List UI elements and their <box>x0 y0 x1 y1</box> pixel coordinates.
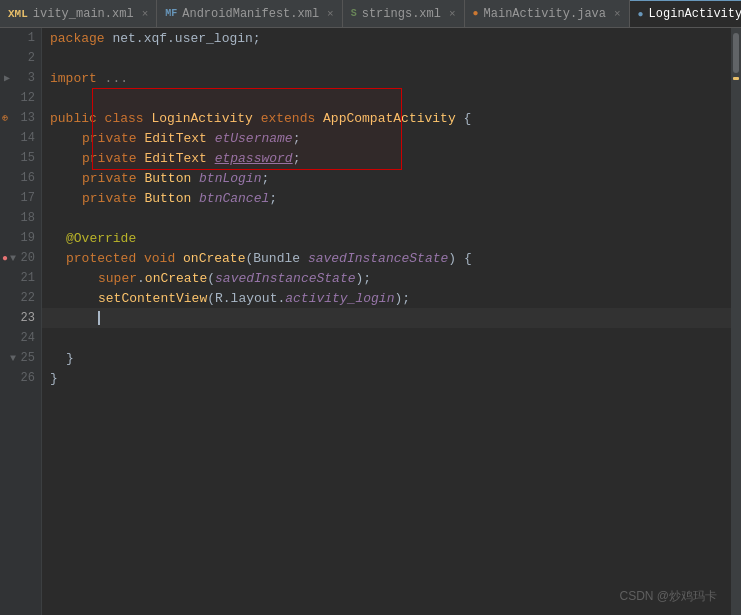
code-line-24 <box>42 328 731 348</box>
bracket-open: { <box>456 111 472 126</box>
line-1: 1 <box>0 28 41 48</box>
kw-protected: protected <box>66 251 144 266</box>
kw-public: public <box>50 111 105 126</box>
line-3: ▶ 3 <box>0 68 41 88</box>
kw-void: void <box>144 251 183 266</box>
code-line-2 <box>42 48 731 68</box>
line-24: 24 <box>0 328 41 348</box>
method-super-oncreate: onCreate <box>145 271 207 286</box>
manifest-icon: MF <box>165 8 177 19</box>
kw-super: super <box>98 271 137 286</box>
method-setcontentview: setContentView <box>98 291 207 306</box>
line-19: 19 <box>0 228 41 248</box>
line-26: 26 <box>0 368 41 388</box>
tab-bar: XML ivity_main.xml × MF AndroidManifest.… <box>0 0 741 28</box>
type-button-16: Button <box>144 171 199 186</box>
editor-container: 1 2 ▶ 3 12 ⊕ 13 14 15 16 17 18 19 ● ▼ 20… <box>0 28 741 615</box>
line-15: 15 <box>0 148 41 168</box>
code-line-14: private EditText etUsername; <box>42 128 731 148</box>
tab-label: MainActivity.java <box>484 7 606 21</box>
field-btncancel: btnCancel <box>199 191 269 206</box>
tab-strings-xml[interactable]: S strings.xml × <box>343 0 465 28</box>
line-13: ⊕ 13 <box>0 108 41 128</box>
line-number-gutter: 1 2 ▶ 3 12 ⊕ 13 14 15 16 17 18 19 ● ▼ 20… <box>0 28 42 615</box>
code-line-13: public class LoginActivity extends AppCo… <box>42 108 731 128</box>
code-line-25: } <box>42 348 731 368</box>
kw-private-16: private <box>82 171 144 186</box>
error-dot-icon: ● <box>2 253 8 264</box>
java-main-icon: ● <box>473 8 479 19</box>
tab-close-icon[interactable]: × <box>614 8 621 20</box>
layout-activity-login: activity_login <box>285 291 394 306</box>
warning-marker <box>733 77 739 80</box>
type-edittext-15: EditText <box>144 151 214 166</box>
type-edittext-14: EditText <box>144 131 214 146</box>
class-name: LoginActivity <box>151 111 260 126</box>
tab-close-icon[interactable]: × <box>449 8 456 20</box>
line-12: 12 <box>0 88 41 108</box>
field-etusername: etUsername <box>215 131 293 146</box>
type-button-17: Button <box>144 191 199 206</box>
tab-label: LoginActivity.java <box>649 7 741 21</box>
tab-close-icon[interactable]: × <box>142 8 149 20</box>
scrollbar-thumb[interactable] <box>733 33 739 73</box>
watermark: CSDN @炒鸡玛卡 <box>619 588 717 605</box>
fold-icon-3[interactable]: ▶ <box>4 72 10 84</box>
line-2: 2 <box>0 48 41 68</box>
param-savedinstancestate-2: savedInstanceState <box>215 271 355 286</box>
code-line-20: protected void onCreate(Bundle savedInst… <box>42 248 731 268</box>
keyword-package: package <box>50 31 112 46</box>
line-23: 23 <box>0 308 41 328</box>
code-line-1: package net.xqf.user_login; <box>42 28 731 48</box>
parent-class-name: AppCompatActivity <box>323 111 456 126</box>
tab-label: strings.xml <box>362 7 441 21</box>
fold-icon-25[interactable]: ▼ <box>10 353 16 364</box>
code-line-26: } <box>42 368 731 388</box>
strings-icon: S <box>351 8 357 19</box>
fold-icon-20[interactable]: ▼ <box>10 253 16 264</box>
code-line-3: import ... <box>42 68 731 88</box>
kw-class: class <box>105 111 152 126</box>
code-line-19: @Override <box>42 228 731 248</box>
tab-ivity-main-xml[interactable]: XML ivity_main.xml × <box>0 0 157 28</box>
tab-close-icon[interactable]: × <box>327 8 334 20</box>
code-lines: package net.xqf.user_login; import ... p… <box>42 28 731 388</box>
method-oncreate: onCreate <box>183 251 245 266</box>
code-area[interactable]: package net.xqf.user_login; import ... p… <box>42 28 731 615</box>
import-ellipsis: ... <box>105 71 128 86</box>
tab-label: ivity_main.xml <box>33 7 134 21</box>
package-name: net.xqf.user_login; <box>112 31 260 46</box>
code-line-22: setContentView(R.layout.activity_login); <box>42 288 731 308</box>
tab-mainactivity-java[interactable]: ● MainActivity.java × <box>465 0 630 28</box>
line-21: 21 <box>0 268 41 288</box>
class-icon: ⊕ <box>2 112 8 124</box>
code-line-21: super.onCreate(savedInstanceState); <box>42 268 731 288</box>
text-cursor <box>98 311 100 325</box>
code-line-15: private EditText etpassword; <box>42 148 731 168</box>
line-16: 16 <box>0 168 41 188</box>
field-etpassword: etpassword <box>215 151 293 166</box>
kw-private-15: private <box>82 151 144 166</box>
kw-extends: extends <box>261 111 323 126</box>
line-14: 14 <box>0 128 41 148</box>
code-line-12 <box>42 88 731 108</box>
field-btnlogin: btnLogin <box>199 171 261 186</box>
close-brace-method: } <box>66 351 74 366</box>
tab-label: AndroidManifest.xml <box>182 7 319 21</box>
code-line-16: private Button btnLogin; <box>42 168 731 188</box>
code-line-23 <box>42 308 731 328</box>
code-line-18 <box>42 208 731 228</box>
scrollbar-right[interactable] <box>731 28 741 615</box>
param-savedinstancestate: savedInstanceState <box>308 251 448 266</box>
line-25: ▼ 25 <box>0 348 41 368</box>
xml-icon: XML <box>8 8 28 20</box>
annotation-override: @Override <box>66 231 136 246</box>
keyword-import: import <box>50 71 105 86</box>
tab-loginactivity-java[interactable]: ● LoginActivity.java × <box>630 0 741 28</box>
kw-private-17: private <box>82 191 144 206</box>
code-line-17: private Button btnCancel; <box>42 188 731 208</box>
line-20: ● ▼ 20 <box>0 248 41 268</box>
tab-android-manifest[interactable]: MF AndroidManifest.xml × <box>157 0 342 28</box>
line-22: 22 <box>0 288 41 308</box>
java-login-icon: ● <box>638 9 644 20</box>
